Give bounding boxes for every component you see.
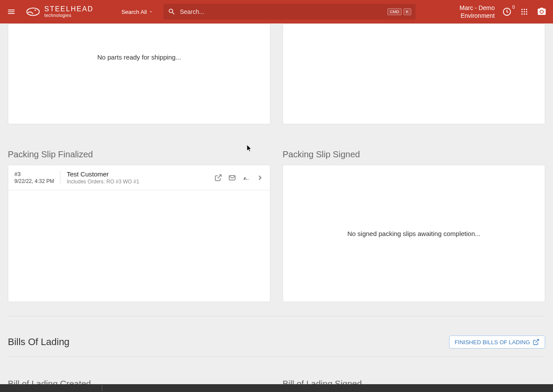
slip-number: #3 [14,171,54,177]
svg-point-1 [35,10,36,11]
search-filter-label: Search All [121,9,147,15]
open-external-icon[interactable] [214,174,222,182]
user-environment: Environment [460,12,495,20]
camera-button[interactable] [536,7,547,17]
slip-meta: #3 9/22/22, 4:32 PM [14,171,60,184]
bol-section-title: Bills Of Lading [8,336,70,348]
svg-point-3 [521,9,523,10]
notification-count: 0 [512,5,515,10]
finalized-title: Packing Slip Finalized [8,149,270,159]
signed-empty-text: No signed packing slips awaiting complet… [283,165,545,302]
camera-icon [537,7,546,17]
apps-grid-icon [520,8,528,16]
search-input[interactable] [180,8,387,15]
packing-slip-row[interactable]: #3 9/22/22, 4:32 PM Test Customer Includ… [8,165,270,190]
footer-separator [102,385,102,391]
svg-point-11 [526,13,527,15]
top-right-panel [283,23,545,124]
finalized-panel: #3 9/22/22, 4:32 PM Test Customer Includ… [8,165,270,302]
slip-body: Test Customer Includes Orders: RO #3 WO … [67,170,214,185]
chevron-right-icon[interactable] [256,174,264,182]
open-external-icon [533,339,540,345]
slip-customer: Test Customer [67,170,214,178]
ready-for-shipping-panel: No parts ready for shipping... [8,23,270,124]
ready-empty-text: No parts ready for shipping... [97,53,181,61]
svg-point-7 [524,11,525,13]
svg-point-10 [524,13,525,15]
svg-point-6 [521,11,523,13]
kbd-k: K [403,8,411,15]
search-box[interactable]: CMD K [163,4,416,20]
header-right: Marc - Demo Environment 0 [460,4,547,20]
bol-header: Bills Of Lading FINISHED BILLS OF LADING [8,336,545,349]
signed-title: Packing Slip Signed [283,149,545,159]
search-icon [168,8,176,16]
svg-point-0 [27,8,40,15]
signed-panel: No signed packing slips awaiting complet… [283,165,545,302]
slip-date: 9/22/22, 4:32 PM [14,178,54,184]
apps-button[interactable] [519,7,530,17]
clock-icon [502,7,512,17]
app-header: STEELHEAD technologies Search All CMD K … [0,0,553,23]
user-info[interactable]: Marc - Demo Environment [460,4,495,20]
menu-icon[interactable] [6,7,17,17]
finished-bol-button[interactable]: FINISHED BILLS OF LADING [449,336,545,349]
logo-text: STEELHEAD [44,6,93,13]
kbd-cmd: CMD [387,8,402,15]
main-content: No parts ready for shipping... Packing S… [0,23,553,392]
finalized-column: Packing Slip Finalized #3 9/22/22, 4:32 … [8,136,270,302]
chevron-down-icon [149,10,153,14]
user-name: Marc - Demo [460,4,495,12]
logo[interactable]: STEELHEAD technologies [25,4,93,20]
svg-point-4 [524,9,525,10]
mail-icon[interactable] [228,174,236,182]
svg-point-9 [521,13,523,15]
svg-point-5 [526,9,527,10]
notifications-button[interactable]: 0 [502,7,512,17]
bol-divider [8,356,545,357]
logo-subtext: technologies [44,13,93,18]
finished-bol-label: FINISHED BILLS OF LADING [455,339,530,345]
slip-actions [214,174,264,182]
search-shortcut: CMD K [387,8,411,15]
search-filter-dropdown[interactable]: Search All [115,9,159,15]
logo-icon [25,4,41,20]
signed-column: Packing Slip Signed No signed packing sl… [283,136,545,302]
signature-icon[interactable] [242,174,250,182]
divider [8,316,545,316]
svg-point-8 [526,11,527,13]
footer-bar [0,384,553,392]
slip-detail: Includes Orders: RO #3 WO #1 [67,179,214,185]
